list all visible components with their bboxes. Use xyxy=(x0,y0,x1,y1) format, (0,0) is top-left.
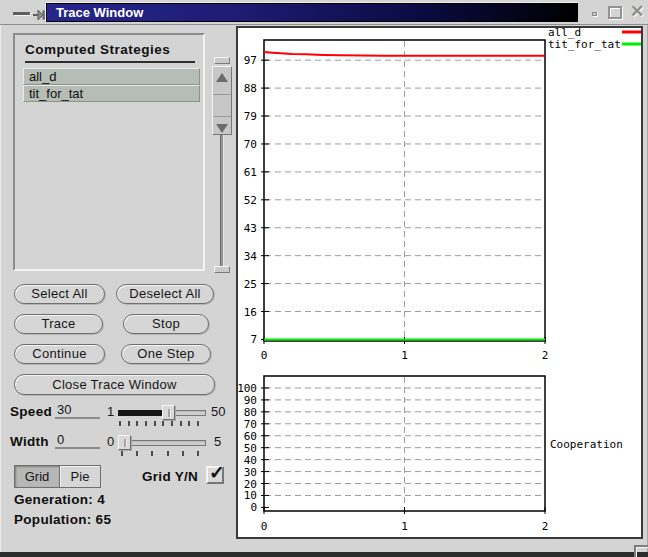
list-item-all-d[interactable]: all_d xyxy=(23,68,200,85)
plot-panel: 978879706152433425167012all_dtit_for_tat… xyxy=(236,26,643,539)
minimize-icon[interactable] xyxy=(13,12,30,15)
y-tick-label: 97 xyxy=(244,54,257,67)
width-min-label: 0 xyxy=(107,434,114,449)
width-slider-track[interactable] xyxy=(118,440,206,446)
charts-svg: 978879706152433425167012all_dtit_for_tat… xyxy=(238,28,641,537)
speed-max-label: 50 xyxy=(211,404,225,419)
speed-slider-thumb[interactable] xyxy=(162,405,175,420)
maximize-icon[interactable] xyxy=(608,6,622,19)
width-max-label: 5 xyxy=(214,434,221,449)
width-field[interactable]: 0 xyxy=(55,432,100,449)
window-title: Trace Window xyxy=(56,5,143,20)
header-rule xyxy=(25,61,195,63)
scrollbar-bottom-anchor[interactable] xyxy=(214,266,230,273)
population-label: Population: xyxy=(14,512,92,527)
y-tick-label: 43 xyxy=(244,222,257,235)
y-tick-label: 25 xyxy=(244,278,257,291)
population-status: Population: 65 xyxy=(14,512,111,527)
width-slider-ticks xyxy=(121,451,199,456)
window-menu-dot-icon[interactable] xyxy=(592,12,597,16)
grid-yn-checkbox[interactable] xyxy=(206,466,224,484)
select-all-button[interactable]: Select All xyxy=(14,284,105,304)
scrollbar-elevator[interactable] xyxy=(212,66,232,135)
legend-label-tit_for_tat: tit_for_tat xyxy=(548,38,621,51)
y-tick-label: 88 xyxy=(244,82,257,95)
y-tick-label: 70 xyxy=(244,138,257,151)
scrollbar-cable[interactable] xyxy=(220,135,224,266)
x-tick-label: 1 xyxy=(401,520,408,533)
grid-yn-label: Grid Y/N xyxy=(142,469,198,484)
x-tick-label: 0 xyxy=(261,520,268,533)
generation-status: Generation: 4 xyxy=(14,492,105,507)
y-tick-label: 79 xyxy=(244,110,257,123)
width-label: Width xyxy=(10,434,49,449)
scrollbar-drag-box[interactable] xyxy=(213,95,231,117)
titlebar: Trace Window ✕ xyxy=(0,0,648,25)
speed-label: Speed xyxy=(10,404,52,419)
strategies-header: Computed Strategies xyxy=(25,42,170,57)
close-trace-window-button[interactable]: Close Trace Window xyxy=(14,374,215,395)
arrow-up-icon xyxy=(216,73,228,82)
strategies-listbox: Computed Strategies all_d tit_for_tat xyxy=(13,33,205,271)
width-slider-thumb[interactable] xyxy=(118,435,131,450)
grid-view-button[interactable]: Grid xyxy=(14,465,60,488)
speed-min-label: 1 xyxy=(107,404,114,419)
trace-button[interactable]: Trace xyxy=(14,314,103,334)
x-tick-label: 2 xyxy=(542,349,549,362)
x-tick-label: 2 xyxy=(542,520,549,533)
population-value: 65 xyxy=(96,512,112,527)
speed-field[interactable]: 30 xyxy=(55,402,100,419)
y-tick-label: 52 xyxy=(244,194,257,207)
deselect-all-button[interactable]: Deselect All xyxy=(116,284,214,304)
y-tick-label: 34 xyxy=(244,250,258,263)
speed-slider-ticks xyxy=(119,421,199,426)
continue-button[interactable]: Continue xyxy=(14,344,105,364)
stop-button[interactable]: Stop xyxy=(123,314,209,334)
window-title-box[interactable]: Trace Window xyxy=(46,3,578,22)
x-tick-label: 1 xyxy=(401,349,408,362)
y-tick-label: 61 xyxy=(244,166,257,179)
generation-value: 4 xyxy=(97,492,105,507)
close-icon[interactable]: ✕ xyxy=(628,2,646,22)
trace-window: Trace Window ✕ Computed Strategies all_d… xyxy=(0,0,648,557)
y-tick-label: 7 xyxy=(250,333,257,346)
pie-view-button[interactable]: Pie xyxy=(59,465,101,488)
speed-slider-fill xyxy=(118,410,168,416)
window-bottom-edge xyxy=(0,552,648,557)
generation-label: Generation: xyxy=(14,492,93,507)
scrollbar-up-button[interactable] xyxy=(213,73,231,95)
one-step-button[interactable]: One Step xyxy=(121,344,211,364)
list-item-tit-for-tat[interactable]: tit_for_tat xyxy=(23,85,200,102)
x-tick-label: 0 xyxy=(261,349,268,362)
y-tick-label: 16 xyxy=(244,306,257,319)
resize-corner-handle[interactable] xyxy=(634,545,648,557)
y-tick-label: 0 xyxy=(250,501,257,514)
cooperation-label: Cooperation xyxy=(550,438,623,451)
scrollbar-top-anchor[interactable] xyxy=(214,57,230,64)
arrow-down-icon xyxy=(216,124,228,133)
